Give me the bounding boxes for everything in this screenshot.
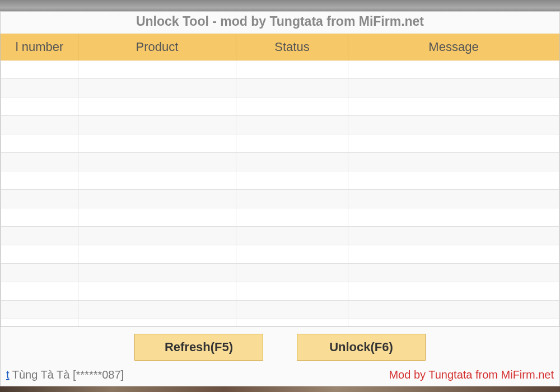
table-cell [236, 264, 348, 282]
table-cell [236, 134, 348, 153]
table-cell [1, 264, 78, 282]
table-cell [78, 134, 236, 153]
table-cell [78, 301, 236, 319]
table-cell [236, 282, 348, 301]
table-cell [78, 208, 236, 227]
table-cell [78, 190, 236, 208]
table-row[interactable] [1, 227, 559, 245]
table-cell [1, 60, 78, 79]
table-cell [78, 227, 236, 245]
table-cell [78, 245, 236, 264]
table-row[interactable] [1, 282, 559, 301]
table-row[interactable] [1, 264, 559, 282]
app-window: Unlock Tool - mod by Tungtata from MiFir… [0, 11, 560, 386]
user-link-partial[interactable]: t [6, 368, 10, 381]
table-cell [348, 264, 559, 282]
table-cell [1, 227, 78, 245]
status-row: t Tùng Tà Tà [******087] Mod by Tungtata… [1, 368, 559, 381]
table-cell [348, 227, 559, 245]
table-cell [348, 245, 559, 264]
table-row[interactable] [1, 116, 559, 134]
table-row[interactable] [1, 171, 559, 190]
user-info: t Tùng Tà Tà [******087] [6, 368, 124, 381]
table-row[interactable] [1, 153, 559, 171]
table-row[interactable] [1, 245, 559, 264]
table-cell [78, 60, 236, 79]
table-cell [1, 97, 78, 116]
table-cell [1, 134, 78, 153]
table-cell [348, 79, 559, 97]
table-cell [78, 97, 236, 116]
table-cell [1, 153, 78, 171]
table-cell [1, 190, 78, 208]
table-cell [348, 301, 559, 319]
device-table-container: l number Product Status Message [1, 34, 559, 326]
table-cell [236, 116, 348, 134]
table-cell [348, 190, 559, 208]
table-cell [236, 153, 348, 171]
table-cell [348, 319, 559, 327]
table-row[interactable] [1, 190, 559, 208]
table-cell [236, 97, 348, 116]
table-cell [236, 60, 348, 79]
col-message[interactable]: Message [348, 34, 559, 60]
table-cell [236, 245, 348, 264]
table-cell [1, 171, 78, 190]
table-cell [348, 208, 559, 227]
table-cell [1, 208, 78, 227]
table-cell [78, 319, 236, 327]
refresh-button[interactable]: Refresh(F5) [134, 334, 263, 361]
col-product[interactable]: Product [78, 34, 236, 60]
table-cell [236, 208, 348, 227]
table-cell [1, 282, 78, 301]
table-cell [236, 171, 348, 190]
window-title: Unlock Tool - mod by Tungtata from MiFir… [1, 12, 559, 34]
col-number[interactable]: l number [1, 34, 78, 60]
table-cell [1, 116, 78, 134]
table-cell [78, 282, 236, 301]
table-cell [348, 171, 559, 190]
table-row[interactable] [1, 134, 559, 153]
table-cell [78, 116, 236, 134]
table-row[interactable] [1, 97, 559, 116]
bottom-strip [0, 386, 560, 392]
table-cell [348, 134, 559, 153]
table-row[interactable] [1, 79, 559, 97]
table-row[interactable] [1, 208, 559, 227]
table-cell [78, 264, 236, 282]
table-cell [1, 245, 78, 264]
table-row[interactable] [1, 60, 559, 79]
table-cell [1, 319, 78, 327]
footer: Refresh(F5) Unlock(F6) t Tùng Tà Tà [***… [1, 326, 559, 386]
mod-credit: Mod by Tungtata from MiFirm.net [389, 368, 554, 381]
table-cell [236, 301, 348, 319]
user-name: Tùng Tà Tà [******087] [12, 368, 124, 381]
table-cell [348, 97, 559, 116]
table-row[interactable] [1, 319, 559, 327]
table-cell [78, 79, 236, 97]
table-cell [236, 227, 348, 245]
table-cell [236, 319, 348, 327]
table-cell [348, 282, 559, 301]
device-table-body [1, 60, 559, 327]
table-cell [1, 301, 78, 319]
table-cell [236, 190, 348, 208]
table-cell [348, 153, 559, 171]
table-cell [236, 79, 348, 97]
table-cell [348, 60, 559, 79]
col-status[interactable]: Status [236, 34, 348, 60]
device-table: l number Product Status Message [1, 34, 559, 326]
table-cell [1, 79, 78, 97]
unlock-button[interactable]: Unlock(F6) [297, 334, 426, 361]
table-cell [348, 116, 559, 134]
table-row[interactable] [1, 301, 559, 319]
table-cell [78, 153, 236, 171]
table-cell [78, 171, 236, 190]
button-row: Refresh(F5) Unlock(F6) [1, 334, 559, 361]
